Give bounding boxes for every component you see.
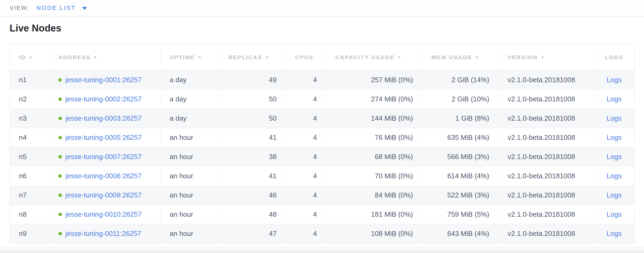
column-header-uptime[interactable]: UPTIME▼ — [161, 44, 219, 70]
replicas-value: 41 — [269, 133, 277, 141]
column-header-version[interactable]: VERSION▼ — [499, 44, 594, 70]
logs-link[interactable]: Logs — [607, 76, 622, 84]
id-value: n8 — [19, 210, 27, 218]
uptime-cell: a day — [161, 70, 219, 90]
node-address-link[interactable]: jesse-tuning-0005:26257 — [65, 133, 142, 142]
id-value: n4 — [19, 133, 27, 141]
main-content: Live Nodes ID▼ADDRESS▼UPTIME▼REPLICAS▼CP… — [0, 23, 644, 243]
logs-link[interactable]: Logs — [607, 210, 622, 218]
cpus-cell: 4 — [286, 90, 326, 109]
mem_usage-cell: 643 MiB (4%) — [422, 224, 499, 243]
logs-link[interactable]: Logs — [607, 95, 622, 103]
replicas-cell: 48 — [219, 205, 286, 224]
node-address-link[interactable]: jesse-tuning-0011:26257 — [65, 230, 141, 238]
view-bar: VIEW: NODE LIST — [0, 0, 644, 16]
table-row: n8jesse-tuning-0010:26257an hour484181 M… — [10, 205, 635, 224]
replicas-cell: 47 — [219, 224, 286, 243]
replicas-value: 46 — [269, 191, 277, 199]
mem_usage-cell: 566 MiB (3%) — [422, 147, 499, 167]
cpus-value: 4 — [313, 114, 317, 122]
id-cell: n1 — [10, 70, 49, 90]
node-live-status-icon — [58, 117, 62, 120]
column-header-mem_usage[interactable]: MEM USAGE▼ — [422, 44, 499, 70]
sort-arrow-icon: ▼ — [265, 55, 269, 60]
id-cell: n3 — [10, 109, 49, 128]
uptime-value: a day — [170, 76, 187, 84]
column-header-id[interactable]: ID▼ — [10, 44, 49, 70]
mem_usage-value: 759 MiB (5%) — [447, 210, 490, 218]
id-cell: n6 — [10, 167, 49, 186]
cpus-value: 4 — [313, 230, 317, 238]
node-address-link[interactable]: jesse-tuning-0010:26257 — [65, 210, 142, 219]
id-value: n2 — [19, 95, 27, 103]
capacity_usage-cell: 257 MiB (0%) — [326, 70, 422, 90]
column-header-label: CPUS — [295, 54, 313, 60]
replicas-value: 41 — [269, 172, 277, 180]
node-address-link[interactable]: jesse-tuning-0006:26257 — [65, 172, 142, 180]
logs-cell: Logs — [594, 224, 635, 243]
capacity_usage-value: 181 MiB (0%) — [371, 210, 413, 218]
address-cell: jesse-tuning-0003:26257 — [49, 109, 161, 128]
logs-link[interactable]: Logs — [607, 133, 622, 141]
node-address-link[interactable]: jesse-tuning-0002:26257 — [65, 95, 142, 103]
cpus-cell: 4 — [286, 109, 326, 128]
sort-arrow-icon: ▼ — [29, 55, 33, 60]
cpus-cell: 4 — [286, 205, 326, 224]
version-cell: v2.1.0-beta.20181008 — [499, 167, 594, 186]
logs-link[interactable]: Logs — [607, 191, 622, 199]
cpus-value: 4 — [313, 153, 317, 161]
column-header-label: VERSION — [508, 54, 538, 60]
replicas-cell: 50 — [219, 90, 286, 109]
address-wrap: jesse-tuning-0006:26257 — [58, 172, 151, 180]
id-value: n1 — [19, 76, 27, 84]
version-value: v2.1.0-beta.20181008 — [508, 191, 575, 199]
page-title: Live Nodes — [10, 23, 634, 34]
uptime-cell: an hour — [161, 167, 219, 186]
node-live-status-icon — [58, 78, 62, 82]
column-header-address[interactable]: ADDRESS▼ — [49, 44, 161, 70]
address-wrap: jesse-tuning-0002:26257 — [58, 95, 151, 103]
bottom-shadow — [0, 245, 644, 253]
node-address-link[interactable]: jesse-tuning-0009:26257 — [65, 191, 142, 199]
cpus-value: 4 — [313, 210, 317, 218]
logs-link[interactable]: Logs — [607, 153, 622, 161]
logs-link[interactable]: Logs — [607, 114, 622, 122]
mem_usage-value: 643 MiB (4%) — [447, 230, 490, 238]
id-value: n3 — [19, 114, 27, 122]
column-header-label: CAPACITY USAGE — [335, 54, 395, 60]
address-cell: jesse-tuning-0009:26257 — [49, 186, 161, 205]
version-value: v2.1.0-beta.20181008 — [508, 114, 575, 122]
address-wrap: jesse-tuning-0011:26257 — [58, 230, 151, 238]
table-row: n2jesse-tuning-0002:26257a day504274 MiB… — [10, 90, 635, 109]
column-header-label: REPLICAS — [228, 54, 262, 60]
id-cell: n2 — [10, 90, 49, 109]
mem_usage-cell: 614 MiB (4%) — [422, 167, 499, 186]
node-address-link[interactable]: jesse-tuning-0001:26257 — [65, 76, 142, 84]
uptime-cell: an hour — [161, 186, 219, 205]
table-row: n1jesse-tuning-0001:26257a day494257 MiB… — [10, 70, 635, 90]
column-header-capacity_usage[interactable]: CAPACITY USAGE▼ — [326, 44, 422, 70]
column-header-replicas[interactable]: REPLICAS▼ — [219, 44, 286, 70]
logs-link[interactable]: Logs — [607, 172, 622, 180]
capacity_usage-value: 76 MiB (0%) — [375, 133, 413, 141]
version-cell: v2.1.0-beta.20181008 — [499, 224, 594, 243]
cpus-cell: 4 — [286, 186, 326, 205]
replicas-value: 49 — [269, 76, 277, 84]
uptime-value: an hour — [170, 230, 193, 238]
address-wrap: jesse-tuning-0009:26257 — [58, 191, 151, 199]
uptime-value: a day — [170, 114, 187, 122]
uptime-value: an hour — [170, 191, 193, 199]
node-address-link[interactable]: jesse-tuning-0003:26257 — [65, 114, 142, 122]
logs-link[interactable]: Logs — [607, 230, 622, 238]
column-header-logs: LOGS — [594, 44, 635, 70]
uptime-cell: a day — [161, 90, 219, 109]
mem_usage-value: 614 MiB (4%) — [447, 172, 490, 180]
node-address-link[interactable]: jesse-tuning-0007:26257 — [65, 153, 142, 161]
view-selector-dropdown[interactable]: NODE LIST — [36, 5, 87, 11]
chevron-down-icon — [82, 7, 87, 10]
replicas-cell: 50 — [219, 109, 286, 128]
view-selected-value: NODE LIST — [36, 5, 76, 11]
capacity_usage-value: 274 MiB (0%) — [371, 95, 413, 103]
sort-arrow-icon: ▼ — [397, 55, 401, 60]
capacity_usage-value: 70 MiB (0%) — [375, 172, 413, 180]
